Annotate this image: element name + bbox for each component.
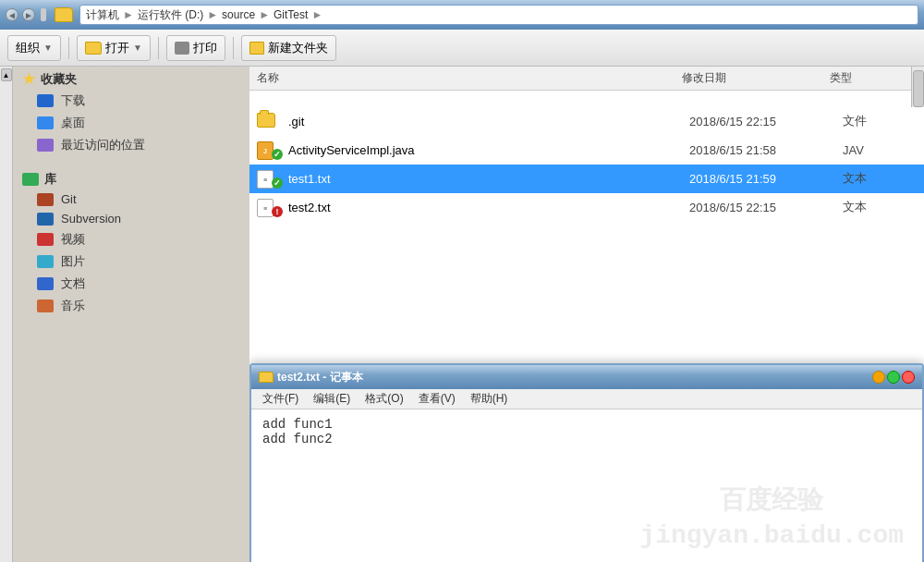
title-bar: ◄ ► 计算机 ► 运行软件 (D:) ► source ► GitTest ► [0, 0, 924, 30]
green-overlay-java: ✓ [272, 149, 283, 160]
file-item-test2[interactable]: ≡ ! test2.txt 2018/6/15 22:15 文本 [249, 193, 924, 222]
notepad-window-controls [872, 371, 915, 384]
sidebar-scrollbar[interactable]: ▲ [0, 67, 13, 562]
scrollbar-thumb[interactable] [913, 70, 924, 107]
file-icon-wrapper-test1: ≡ ✓ [257, 168, 283, 189]
notepad-folder-icon [259, 372, 274, 383]
notepad-menu-bar: 文件(F) 编辑(E) 格式(O) 查看(V) 帮助(H) [251, 389, 922, 409]
col-headers-row: 名称 修改日期 类型 [249, 67, 924, 107]
sidebar: ★ 收藏夹 下载 桌面 最近访问的位置 库 [13, 67, 249, 562]
file-name-git: .git [288, 115, 684, 128]
new-folder-icon [249, 42, 264, 55]
notepad-content: add func1 add func2 百度经验 jingyan.baidu.c… [251, 409, 922, 562]
toolbar-sep-1 [68, 37, 69, 59]
file-type-git: 文件 [843, 113, 917, 129]
sidebar-item-music[interactable]: 音乐 [13, 295, 249, 317]
sidebar-download-label: 下载 [61, 92, 85, 109]
sidebar-wrapper: ▲ ★ 收藏夹 下载 桌面 最近访问的位置 [0, 67, 249, 562]
notepad-menu-format[interactable]: 格式(O) [359, 389, 408, 409]
file-date-git: 2018/6/15 22:15 [689, 115, 837, 128]
col-header-date: 修改日期 [682, 70, 830, 86]
notepad-menu-file[interactable]: 文件(F) [257, 389, 304, 409]
file-date-test1: 2018/6/15 21:59 [689, 172, 837, 186]
java-file-icon: J [257, 141, 274, 160]
file-icon-wrapper-java: J ✓ [257, 140, 283, 160]
col-headers: 名称 修改日期 类型 [249, 67, 911, 91]
notepad-line-1: add func1 [262, 417, 911, 432]
file-item-git-folder[interactable]: .git 2018/6/15 22:15 文件 [249, 107, 924, 136]
main-area: ▲ ★ 收藏夹 下载 桌面 最近访问的位置 [0, 67, 924, 562]
sidebar-item-git[interactable]: Git [13, 189, 249, 209]
breadcrumb-sep-2: ► [207, 8, 218, 21]
file-type-java: JAV [843, 143, 917, 157]
forward-arrow-icon: ► [24, 10, 33, 20]
new-folder-button[interactable]: 新建文件夹 [241, 35, 336, 61]
toolbar: 组织 ▼ 打开 ▼ 打印 新建文件夹 [0, 30, 924, 67]
notepad-minimize-button[interactable] [872, 371, 885, 384]
breadcrumb-computer: 计算机 [86, 7, 119, 23]
open-label: 打开 [105, 40, 129, 56]
file-list-scrollbar[interactable] [911, 67, 924, 107]
open-button[interactable]: 打开 ▼ [77, 35, 151, 61]
sidebar-item-doc[interactable]: 文档 [13, 273, 249, 295]
doc-icon [37, 277, 54, 290]
file-date-test2: 2018/6/15 22:15 [689, 201, 837, 214]
print-icon [175, 42, 189, 55]
git-icon [37, 193, 54, 206]
red-overlay-test2: ! [272, 206, 283, 217]
notepad-close-button[interactable] [902, 371, 915, 384]
notepad-menu-help[interactable]: 帮助(H) [465, 389, 514, 409]
nav-separator [41, 8, 46, 21]
sidebar-divider [13, 156, 249, 167]
sidebar-item-image[interactable]: 图片 [13, 250, 249, 273]
back-arrow-icon: ◄ [7, 10, 17, 20]
toolbar-sep-3 [233, 37, 234, 59]
favorites-label: 收藏夹 [41, 71, 77, 88]
forward-button[interactable]: ► [22, 8, 35, 21]
notepad-menu-view[interactable]: 查看(V) [413, 389, 461, 409]
file-icon-wrapper-git [257, 111, 283, 131]
notepad-line-2: add func2 [262, 432, 911, 446]
sidebar-item-svn[interactable]: Subversion [13, 209, 249, 228]
open-folder-icon [85, 42, 102, 55]
back-button[interactable]: ◄ [6, 8, 18, 21]
star-icon: ★ [22, 70, 35, 88]
notepad-maximize-button[interactable] [887, 371, 900, 384]
sidebar-image-label: 图片 [61, 253, 85, 270]
folder-icon [55, 7, 73, 22]
notepad-menu-edit[interactable]: 编辑(E) [308, 389, 356, 409]
sidebar-item-desktop[interactable]: 桌面 [13, 112, 249, 134]
music-icon [37, 299, 54, 312]
sidebar-doc-label: 文档 [61, 275, 85, 292]
breadcrumb-gittest: GitTest [274, 8, 308, 21]
folder-icon-git [257, 113, 275, 128]
video-icon [37, 233, 54, 246]
txt-file-icon-test1: ≡ [257, 170, 274, 189]
sidebar-scroll-up-btn[interactable]: ▲ [1, 68, 12, 81]
sidebar-item-download[interactable]: 下载 [13, 90, 249, 112]
new-folder-label: 新建文件夹 [268, 40, 328, 56]
organize-dropdown-arrow: ▼ [43, 43, 53, 53]
content-area: 名称 修改日期 类型 .git 2018/6/15 22:15 文件 [249, 67, 924, 562]
breadcrumb-sep-4: ► [311, 8, 322, 21]
print-label: 打印 [193, 40, 217, 56]
desktop-icon [37, 116, 54, 129]
organize-button[interactable]: 组织 ▼ [7, 35, 61, 61]
file-name-test2: test2.txt [288, 201, 684, 214]
file-item-java[interactable]: J ✓ ActivityServiceImpl.java 2018/6/15 2… [249, 136, 924, 165]
notepad-title-bar: test2.txt - 记事本 [251, 365, 922, 389]
sidebar-library-header: 库 [13, 167, 249, 189]
green-overlay-test1: ✓ [272, 177, 283, 189]
print-button[interactable]: 打印 [166, 35, 225, 61]
watermark-line2: jingyan.baidu.com [639, 519, 904, 553]
watermark-line1: 百度经验 [639, 485, 904, 519]
sidebar-item-video[interactable]: 视频 [13, 228, 249, 250]
notepad-window: test2.txt - 记事本 文件(F) 编辑(E) 格式(O) 查看(V) … [249, 363, 924, 562]
sidebar-svn-label: Subversion [61, 212, 121, 226]
file-item-test1[interactable]: ≡ ✓ test1.txt 2018/6/15 21:59 文本 [249, 165, 924, 193]
file-name-java: ActivityServiceImpl.java [288, 143, 684, 157]
watermark: 百度经验 jingyan.baidu.com [639, 485, 904, 553]
sidebar-item-recent[interactable]: 最近访问的位置 [13, 134, 249, 156]
txt-file-icon-test2: ≡ [257, 199, 274, 217]
sidebar-video-label: 视频 [61, 231, 85, 248]
